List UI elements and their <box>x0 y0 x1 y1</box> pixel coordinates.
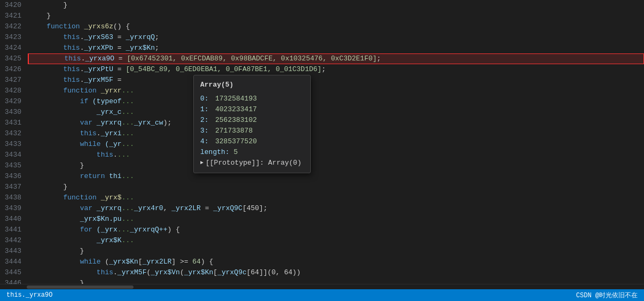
code-content[interactable]: } } function _yrxs6z() { this._yrxS63 = … <box>28 0 644 284</box>
prototype-label: [[Prototype]]: Array(0) <box>206 158 301 168</box>
code-line: this._yrxa9O = [0x67452301, 0xEFCDAB89, … <box>28 53 644 64</box>
token: ; <box>377 53 381 64</box>
token: .pu <box>109 214 121 225</box>
token: ; <box>155 32 159 43</box>
code-line: } <box>28 160 644 171</box>
tooltip-value: 271733878 <box>215 126 253 136</box>
token: _yrx$Vn <box>151 267 180 278</box>
token: this <box>64 53 81 64</box>
line-number: 3432 <box>4 128 21 139</box>
token: . <box>113 150 117 160</box>
code-line: this._yrxPtU = [0_54BC_89, 0_6ED0EBA1, 0… <box>28 64 644 75</box>
tooltip-prototype[interactable]: ► [[Prototype]]: Array(0) <box>200 158 304 168</box>
token <box>30 96 80 107</box>
editor-area: 3420342134223423342434253426342734283429… <box>0 0 644 289</box>
token: this <box>63 64 80 75</box>
token: _yrxrqQ <box>125 32 155 43</box>
token: [0x67452301, 0xEFCDAB89, 0x98BADCFE, 0x1… <box>127 53 376 64</box>
token: _yrx_cw <box>134 118 163 128</box>
token: while <box>80 257 101 267</box>
token <box>30 139 80 150</box>
token: ); <box>163 118 172 128</box>
token: [ <box>138 257 143 267</box>
token: ... <box>122 86 134 96</box>
scrollbar-thumb[interactable] <box>27 285 133 289</box>
token: this <box>63 43 80 53</box>
token: _yrxXPb <box>84 43 113 53</box>
token: } <box>30 160 84 171</box>
array-tooltip: Array(5) 0:17325841931:40232334172:25623… <box>193 75 311 173</box>
tooltip-value: 1732584193 <box>215 94 257 104</box>
code-line: } <box>28 182 644 192</box>
tooltip-title: Array(5) <box>200 80 304 90</box>
token <box>30 214 80 225</box>
token: _yrxs6z <box>84 21 113 32</box>
token: _yrx2LR <box>171 203 201 214</box>
code-line: } <box>28 11 644 21</box>
token: _yrxrqQ++ <box>130 225 167 235</box>
code-line: this.... <box>28 150 644 160</box>
line-number: 3437 <box>4 182 21 192</box>
token: _yrx$Kn <box>184 267 214 278</box>
line-number: 3434 <box>4 150 21 160</box>
token: ... <box>122 214 134 225</box>
line-number: 3438 <box>4 192 21 203</box>
token: for <box>80 225 92 235</box>
token: this <box>80 128 97 139</box>
line-number: 3422 <box>4 21 21 32</box>
line-number: 3430 <box>4 107 21 118</box>
code-line: for (_yrx..._yrxrqQ++) { <box>28 225 644 235</box>
line-number: 3428 <box>4 86 21 96</box>
token: function <box>63 86 96 96</box>
token <box>30 107 97 118</box>
code-line: return thi... <box>28 171 644 182</box>
tooltip-index: 2: <box>200 115 211 126</box>
token: ... <box>122 139 134 150</box>
token: (typeof <box>88 96 121 107</box>
tooltip-index: 4: <box>200 136 211 147</box>
token: thi <box>105 171 121 182</box>
line-number: 3420 <box>4 0 21 11</box>
line-number: 3446 <box>4 278 21 284</box>
code-line: var _yrxrq..._yrx_cw); <box>28 118 644 128</box>
token: ... <box>122 107 134 118</box>
code-line: _yrx$K... <box>28 235 644 246</box>
token: _yrxi <box>101 128 122 139</box>
token: } <box>30 11 51 21</box>
code-line: } <box>28 246 644 257</box>
horizontal-scrollbar[interactable] <box>0 284 644 289</box>
token <box>30 128 80 139</box>
token: function <box>63 192 96 203</box>
token: (_yrx <box>92 225 117 235</box>
tooltip-length: length: 5 <box>200 147 304 158</box>
code-line: this._yrxS63 = _yrxrqQ; <box>28 32 644 43</box>
code-line: function _yrxs6z() { <box>28 21 644 32</box>
tooltip-index: 1: <box>200 104 211 115</box>
line-number: 3421 <box>4 11 21 21</box>
code-line: while (_yr... <box>28 139 644 150</box>
token <box>30 171 80 182</box>
tooltip-index: 3: <box>200 126 211 136</box>
token: var <box>80 118 92 128</box>
token <box>30 257 80 267</box>
token: _yrxQ9C <box>213 203 242 214</box>
token <box>30 203 80 214</box>
line-numbers: 3420342134223423342434253426342734283429… <box>0 0 28 284</box>
token <box>30 75 63 86</box>
token <box>30 225 80 235</box>
token: _yrx4r0 <box>134 203 163 214</box>
token: [64]](0, 64)) <box>247 267 301 278</box>
code-line: if (typeof... <box>28 96 644 107</box>
code-line: this._yrxi... <box>28 128 644 139</box>
line-number: 3443 <box>4 246 21 257</box>
token: ) { <box>201 257 213 267</box>
token: = <box>113 32 125 43</box>
line-number: 3442 <box>4 235 21 246</box>
token: = <box>113 43 125 53</box>
token: } <box>30 278 84 284</box>
token: _yrx$Kn <box>125 43 155 53</box>
token <box>30 235 97 246</box>
tooltip-length-label: length: <box>200 147 230 158</box>
code-line: this._yrxM5F(_yrx$Vn(_yrx$Kn[_yrxQ9c[64]… <box>28 267 644 278</box>
token: = <box>113 75 125 86</box>
